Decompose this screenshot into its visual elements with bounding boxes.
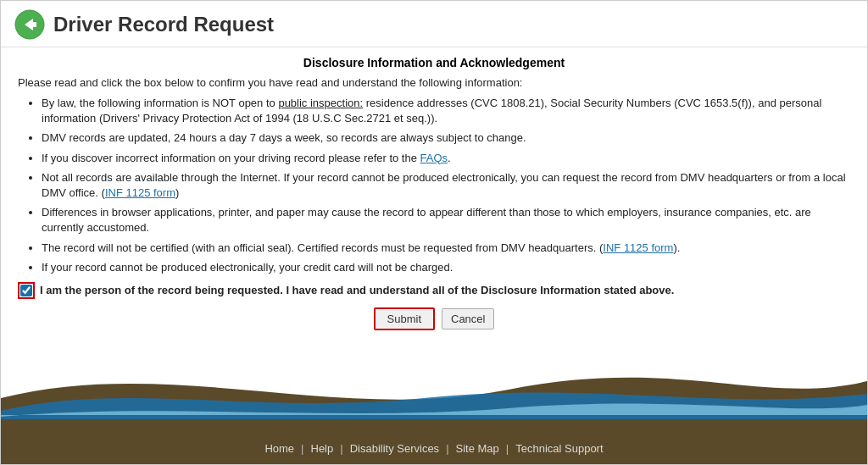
bullet-list: By law, the following information is NOT…	[18, 96, 850, 275]
bullet-4-after: )	[175, 186, 179, 199]
footer-disability-link[interactable]: Disability Services	[350, 442, 439, 455]
bullet-item-2: DMV records are updated, 24 hours a day …	[42, 130, 850, 146]
arrow-circle-icon	[14, 9, 45, 40]
submit-button[interactable]: Submit	[374, 307, 435, 330]
faqs-link[interactable]: FAQs	[420, 152, 448, 164]
bullet-6-before: The record will not be certified (with a…	[42, 241, 603, 254]
footer-sep-4: |	[506, 442, 509, 455]
bullet-1-before: By law, the following information is NOT…	[42, 97, 278, 109]
wave-decoration	[1, 347, 867, 432]
bullet-5-text: Differences in browser applications, pri…	[42, 206, 811, 234]
footer-nav: Home | Help | Disability Services | Site…	[1, 432, 867, 464]
footer-home-link[interactable]: Home	[264, 442, 294, 455]
acknowledge-checkbox[interactable]	[20, 285, 32, 296]
main-content: Disclosure Information and Acknowledgeme…	[1, 47, 867, 347]
inf1125-link-2[interactable]: INF 1125 form	[603, 241, 673, 254]
intro-text: Please read and click the box below to c…	[18, 76, 850, 89]
bullet-item-1: By law, the following information is NOT…	[42, 96, 850, 126]
bullet-item-5: Differences in browser applications, pri…	[42, 205, 850, 235]
bullet-3-after: .	[448, 152, 451, 164]
button-row: Submit Cancel	[18, 307, 850, 330]
bullet-3-before: If you discover incorrect information on…	[42, 152, 420, 164]
svg-rect-2	[31, 22, 36, 27]
footer-help-link[interactable]: Help	[311, 442, 334, 455]
bullet-2-text: DMV records are updated, 24 hours a day …	[42, 131, 526, 144]
bullet-item-3: If you discover incorrect information on…	[42, 151, 850, 166]
bullet-item-4: Not all records are available through th…	[42, 170, 850, 201]
footer-techsupport-link[interactable]: Technical Support	[515, 442, 603, 455]
footer-sitemap-link[interactable]: Site Map	[456, 442, 499, 455]
bullet-1-underline: public inspection:	[278, 97, 363, 109]
page-title: Driver Record Request	[53, 13, 274, 36]
acknowledge-label: I am the person of the record being requ…	[40, 284, 674, 296]
bullet-7-text: If your record cannot be produced electr…	[42, 261, 453, 274]
cancel-button[interactable]: Cancel	[442, 308, 494, 329]
bullet-item-7: If your record cannot be produced electr…	[42, 260, 850, 275]
footer-sep-2: |	[340, 442, 342, 455]
page-header: Driver Record Request	[1, 1, 867, 47]
inf1125-link-1[interactable]: INF 1125 form	[105, 186, 175, 199]
disclosure-title: Disclosure Information and Acknowledgeme…	[18, 56, 850, 69]
checkbox-wrapper	[18, 282, 35, 299]
footer-sep-3: |	[446, 442, 448, 455]
footer-sep-1: |	[301, 442, 303, 455]
bullet-item-6: The record will not be certified (with a…	[42, 241, 850, 256]
bullet-6-after: ).	[673, 241, 680, 254]
acknowledge-row: I am the person of the record being requ…	[18, 282, 850, 299]
